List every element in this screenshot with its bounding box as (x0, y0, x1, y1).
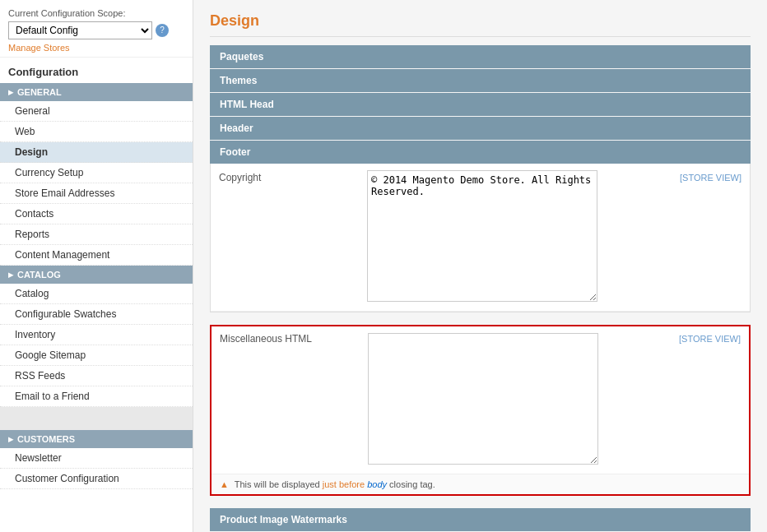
misc-html-table: Miscellaneous HTML [STORE VIEW] (212, 326, 749, 474)
copyright-scope-cell: [STORE VIEW] (651, 164, 750, 312)
note-highlight-just: just before (323, 479, 365, 489)
section-paquetes[interactable]: Paquetes (210, 45, 751, 68)
catalog-arrow-icon: ▶ (8, 271, 13, 279)
page-title: Design (210, 12, 751, 37)
sidebar-item-reports[interactable]: Reports (0, 224, 193, 245)
misc-html-section: Miscellaneous HTML [STORE VIEW] ▲ This w… (210, 325, 751, 496)
copyright-field-cell: © 2014 Magento Demo Store. All Rights Re… (359, 164, 651, 312)
main-content: Design Paquetes Themes HTML Head Header … (193, 0, 767, 532)
misc-html-label: Miscellaneous HTML (212, 326, 360, 474)
sidebar-item-newsletter[interactable]: Newsletter (0, 448, 193, 469)
section-footer[interactable]: Footer (210, 141, 751, 164)
section-html-head[interactable]: HTML Head (210, 93, 751, 116)
general-group-label: GENERAL (17, 87, 62, 97)
customers-group-label: CUSTOMERS (17, 434, 75, 444)
general-group-header[interactable]: ▶ GENERAL (0, 83, 193, 101)
sidebar-item-general[interactable]: General (0, 101, 193, 122)
customers-arrow-icon: ▶ (8, 436, 13, 443)
misc-html-textarea[interactable] (368, 333, 598, 465)
sidebar-item-catalog[interactable]: Catalog (0, 284, 193, 304)
scope-select[interactable]: Default Config (8, 21, 152, 39)
misc-html-store-view-badge[interactable]: [STORE VIEW] (679, 334, 741, 344)
manage-stores-link[interactable]: Manage Stores (8, 43, 184, 53)
customers-group-header[interactable]: ▶ CUSTOMERS (0, 430, 193, 448)
sidebar-item-content-management[interactable]: Content Management (0, 245, 193, 266)
sidebar-item-store-email[interactable]: Store Email Addresses (0, 183, 193, 204)
scope-label: Current Configuration Scope: (8, 8, 184, 18)
scope-section: Current Configuration Scope: Default Con… (0, 0, 193, 58)
sidebar-item-contacts[interactable]: Contacts (0, 204, 193, 224)
sidebar-item-web[interactable]: Web (0, 122, 193, 142)
note-body-keyword: body (367, 479, 387, 489)
note-text: This will be displayed (235, 479, 323, 489)
section-product-watermarks[interactable]: Product Image Watermarks (210, 508, 751, 531)
sidebar-item-configurable-swatches[interactable]: Configurable Swatches (0, 304, 193, 325)
misc-html-scope-cell: [STORE VIEW] (650, 326, 749, 474)
general-arrow-icon: ▶ (8, 89, 13, 96)
catalog-group-label: CATALOG (17, 270, 61, 280)
catalog-group-header[interactable]: ▶ CATALOG (0, 266, 193, 284)
misc-html-field-cell (360, 326, 650, 474)
misc-html-row: Miscellaneous HTML [STORE VIEW] (212, 326, 749, 474)
note-suffix: closing tag. (389, 479, 435, 489)
sidebar-item-currency-setup[interactable]: Currency Setup (0, 163, 193, 183)
copyright-label: Copyright (211, 164, 359, 312)
scope-help-icon[interactable]: ? (156, 24, 169, 37)
misc-html-note: ▲ This will be displayed just before bod… (212, 474, 749, 494)
sidebar-item-inventory[interactable]: Inventory (0, 325, 193, 345)
triangle-icon: ▲ (220, 479, 229, 489)
copyright-row: Copyright © 2014 Magento Demo Store. All… (211, 164, 750, 312)
sidebar-item-design[interactable]: Design (0, 142, 193, 163)
section-header[interactable]: Header (210, 117, 751, 140)
sidebar-item-rss-feeds[interactable]: RSS Feeds (0, 366, 193, 386)
copyright-store-view-badge[interactable]: [STORE VIEW] (680, 173, 741, 183)
sidebar-item-placeholder (0, 407, 193, 430)
sidebar-item-google-sitemap[interactable]: Google Sitemap (0, 345, 193, 366)
copyright-textarea[interactable]: © 2014 Magento Demo Store. All Rights Re… (367, 170, 597, 302)
section-themes[interactable]: Themes (210, 69, 751, 92)
footer-form-table: Copyright © 2014 Magento Demo Store. All… (211, 164, 750, 312)
sidebar: Current Configuration Scope: Default Con… (0, 0, 193, 532)
sidebar-item-email-friend[interactable]: Email to a Friend (0, 386, 193, 407)
configuration-title: Configuration (0, 58, 193, 83)
sidebar-item-customer-config[interactable]: Customer Configuration (0, 469, 193, 489)
